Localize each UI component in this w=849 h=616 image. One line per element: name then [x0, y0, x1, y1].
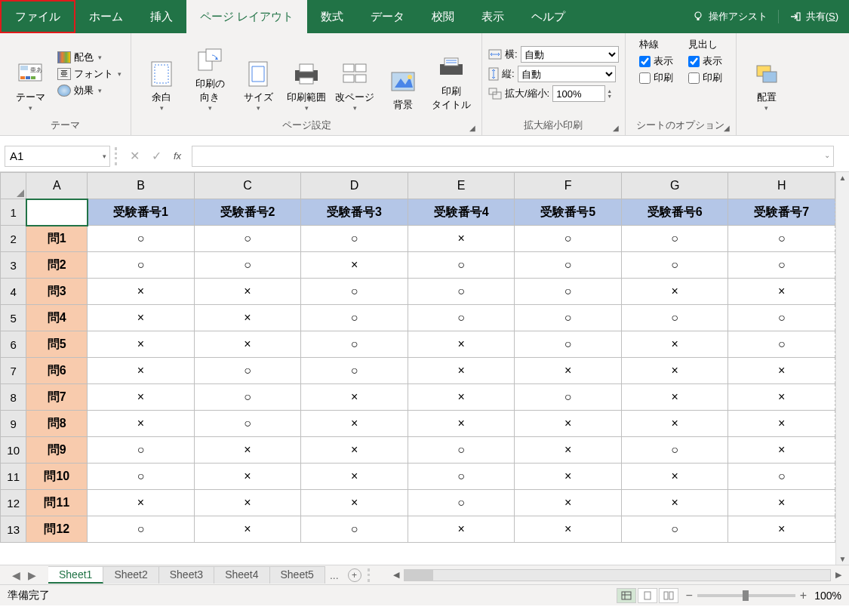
cell-D9[interactable]: ×	[301, 411, 408, 437]
cell-C5[interactable]: ×	[194, 305, 301, 331]
sheet-more[interactable]: ...	[325, 569, 343, 581]
zoom-slider-track[interactable]	[697, 594, 795, 597]
cell-G12[interactable]: ×	[621, 490, 728, 516]
cell-F7[interactable]: ×	[515, 358, 622, 384]
row-header-10[interactable]: 10	[1, 437, 26, 464]
cell-C1[interactable]: 受験番号2	[194, 199, 301, 226]
cell-H3[interactable]: ○	[728, 252, 835, 279]
tab-insert[interactable]: 挿入	[137, 0, 186, 33]
cell-E6[interactable]: ×	[408, 331, 515, 358]
view-normal-button[interactable]	[617, 588, 636, 603]
cell-F11[interactable]: ×	[515, 464, 622, 490]
cell-H1[interactable]: 受験番号7	[728, 199, 835, 226]
sheet-options-launcher[interactable]: ◢	[724, 124, 730, 132]
cell-B3[interactable]: ○	[88, 252, 195, 279]
cell-G13[interactable]: ○	[621, 516, 728, 543]
sheet-tab-sheet2[interactable]: Sheet2	[103, 566, 158, 584]
cell-D5[interactable]: ○	[301, 305, 408, 331]
scale-up[interactable]: ▲	[607, 88, 612, 94]
cell-E2[interactable]: ×	[408, 226, 515, 252]
column-header-D[interactable]: D	[301, 173, 408, 199]
cell-F10[interactable]: ×	[515, 437, 622, 464]
cell-G5[interactable]: ○	[621, 305, 728, 331]
view-page-break-button[interactable]	[659, 588, 678, 603]
colors-button[interactable]: 配色▾	[54, 49, 125, 66]
cell-E12[interactable]: ○	[408, 490, 515, 516]
cell-B13[interactable]: ○	[88, 516, 195, 543]
sheet-nav-prev[interactable]: ◀	[12, 569, 20, 581]
scale-launcher[interactable]: ◢	[613, 124, 619, 132]
cell-D13[interactable]: ○	[301, 516, 408, 543]
themes-button[interactable]: 亜あ テーマ▾	[6, 36, 54, 112]
print-titles-button[interactable]: 印刷 タイトル	[427, 36, 475, 112]
row-header-3[interactable]: 3	[1, 252, 26, 279]
cell-C8[interactable]: ○	[194, 384, 301, 411]
scale-down[interactable]: ▼	[607, 94, 612, 99]
cell-A9[interactable]: 問8	[26, 411, 88, 437]
cell-A11[interactable]: 問10	[26, 464, 88, 490]
cell-H8[interactable]: ×	[728, 384, 835, 411]
print-area-button[interactable]: 印刷範囲▾	[282, 36, 331, 112]
enter-icon[interactable]: ✓	[152, 149, 161, 163]
cell-A8[interactable]: 問7	[26, 384, 88, 411]
row-header-5[interactable]: 5	[1, 305, 26, 331]
cell-F2[interactable]: ○	[515, 226, 622, 252]
formula-input[interactable]: ⌄	[192, 146, 834, 167]
column-header-E[interactable]: E	[408, 173, 515, 199]
cell-B8[interactable]: ×	[88, 384, 195, 411]
cell-E13[interactable]: ×	[408, 516, 515, 543]
cell-G8[interactable]: ×	[621, 384, 728, 411]
cell-D11[interactable]: ×	[301, 464, 408, 490]
sheet-tab-sheet5[interactable]: Sheet5	[270, 566, 325, 584]
row-header-4[interactable]: 4	[1, 279, 26, 305]
cell-B9[interactable]: ×	[88, 411, 195, 437]
cell-F8[interactable]: ○	[515, 384, 622, 411]
cell-D3[interactable]: ×	[301, 252, 408, 279]
tab-view[interactable]: 表示	[468, 0, 518, 33]
cell-H2[interactable]: ○	[728, 226, 835, 252]
cell-G10[interactable]: ○	[621, 437, 728, 464]
tab-home[interactable]: ホーム	[75, 0, 137, 33]
cell-H11[interactable]: ○	[728, 464, 835, 490]
row-header-2[interactable]: 2	[1, 226, 26, 252]
cell-B12[interactable]: ×	[88, 490, 195, 516]
cell-D4[interactable]: ○	[301, 279, 408, 305]
cell-C4[interactable]: ×	[194, 279, 301, 305]
sheet-tab-sheet4[interactable]: Sheet4	[214, 566, 269, 584]
cell-B11[interactable]: ○	[88, 464, 195, 490]
cell-D10[interactable]: ×	[301, 437, 408, 464]
cell-C2[interactable]: ○	[194, 226, 301, 252]
cell-E11[interactable]: ○	[408, 464, 515, 490]
cell-F9[interactable]: ×	[515, 411, 622, 437]
cell-A4[interactable]: 問3	[26, 279, 88, 305]
sheet-nav-next[interactable]: ▶	[28, 569, 36, 581]
tell-me-search[interactable]: 操作アシスト	[681, 10, 778, 23]
scale-width-select[interactable]: 自動	[521, 46, 619, 63]
cell-H12[interactable]: ×	[728, 490, 835, 516]
name-box[interactable]: A1▾	[5, 146, 110, 167]
cell-A6[interactable]: 問5	[26, 331, 88, 358]
row-header-12[interactable]: 12	[1, 490, 26, 516]
zoom-out-button[interactable]: −	[686, 589, 693, 602]
row-header-7[interactable]: 7	[1, 358, 26, 384]
cell-C12[interactable]: ×	[194, 490, 301, 516]
cell-E1[interactable]: 受験番号4	[408, 199, 515, 226]
cell-F4[interactable]: ○	[515, 279, 622, 305]
cell-H7[interactable]: ×	[728, 358, 835, 384]
row-header-6[interactable]: 6	[1, 331, 26, 358]
gridlines-print-check[interactable]: 印刷	[639, 69, 673, 86]
cell-E10[interactable]: ○	[408, 437, 515, 464]
cell-C10[interactable]: ×	[194, 437, 301, 464]
cell-A5[interactable]: 問4	[26, 305, 88, 331]
cell-A7[interactable]: 問6	[26, 358, 88, 384]
cell-G11[interactable]: ×	[621, 464, 728, 490]
headings-view-check[interactable]: 表示	[688, 53, 722, 69]
column-header-A[interactable]: A	[26, 173, 88, 199]
share-button[interactable]: 共有(S)	[778, 10, 849, 23]
cell-E7[interactable]: ×	[408, 358, 515, 384]
cell-B5[interactable]: ×	[88, 305, 195, 331]
cell-D12[interactable]: ×	[301, 490, 408, 516]
cell-A13[interactable]: 問12	[26, 516, 88, 543]
select-all-corner[interactable]	[1, 173, 26, 199]
cell-A10[interactable]: 問9	[26, 437, 88, 464]
